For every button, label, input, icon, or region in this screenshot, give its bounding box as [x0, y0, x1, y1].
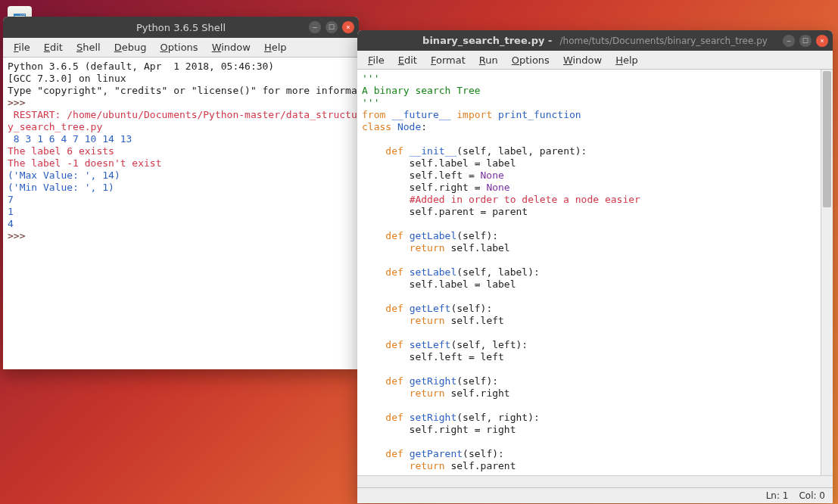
menu-file[interactable]: File: [8, 40, 36, 54]
status-col: Col: 0: [799, 490, 825, 501]
menu-options[interactable]: Options: [506, 53, 556, 67]
minimize-button[interactable]: –: [783, 35, 795, 47]
close-button[interactable]: ×: [816, 35, 828, 47]
menu-debug[interactable]: Debug: [108, 40, 153, 54]
menu-options[interactable]: Options: [154, 40, 204, 54]
shell-window: Python 3.6.5 Shell – ☐ × FileEditShellDe…: [3, 17, 359, 369]
editor-title: binary_search_tree.py - /home/tuts/Docum…: [363, 35, 827, 46]
menu-edit[interactable]: Edit: [392, 53, 423, 67]
shell-titlebar[interactable]: Python 3.6.5 Shell – ☐ ×: [3, 17, 359, 38]
code-editor[interactable]: ''' A binary search Tree ''' from __futu…: [357, 70, 821, 475]
editor-titlebar[interactable]: binary_search_tree.py - /home/tuts/Docum…: [357, 30, 833, 51]
menu-file[interactable]: File: [362, 53, 391, 67]
maximize-button[interactable]: ☐: [326, 21, 338, 33]
menu-help[interactable]: Help: [609, 53, 644, 67]
editor-statusbar: Ln: 1 Col: 0: [357, 487, 833, 503]
minimize-button[interactable]: –: [309, 21, 321, 33]
menu-window[interactable]: Window: [206, 40, 257, 54]
scrollbar-horizontal[interactable]: [357, 475, 833, 487]
menu-window[interactable]: Window: [557, 53, 608, 67]
editor-window: binary_search_tree.py - /home/tuts/Docum…: [357, 30, 833, 503]
status-line: Ln: 1: [766, 490, 789, 501]
close-button[interactable]: ×: [342, 21, 354, 33]
shell-body: Python 3.6.5 (default, Apr 1 2018, 05:46…: [3, 58, 359, 369]
menu-format[interactable]: Format: [425, 53, 472, 67]
maximize-button[interactable]: ☐: [799, 35, 812, 47]
shell-output[interactable]: Python 3.6.5 (default, Apr 1 2018, 05:46…: [3, 58, 359, 369]
shell-menubar: FileEditShellDebugOptionsWindowHelp: [3, 38, 359, 58]
editor-body: ''' A binary search Tree ''' from __futu…: [357, 70, 833, 475]
menu-run[interactable]: Run: [473, 53, 504, 67]
menu-edit[interactable]: Edit: [38, 40, 69, 54]
shell-title: Python 3.6.5 Shell: [9, 22, 353, 33]
menu-help[interactable]: Help: [258, 40, 293, 54]
menu-shell[interactable]: Shell: [70, 40, 107, 54]
scrollbar-vertical[interactable]: [821, 70, 833, 475]
scrollbar-thumb[interactable]: [823, 71, 831, 207]
editor-menubar: FileEditFormatRunOptionsWindowHelp: [357, 51, 833, 70]
